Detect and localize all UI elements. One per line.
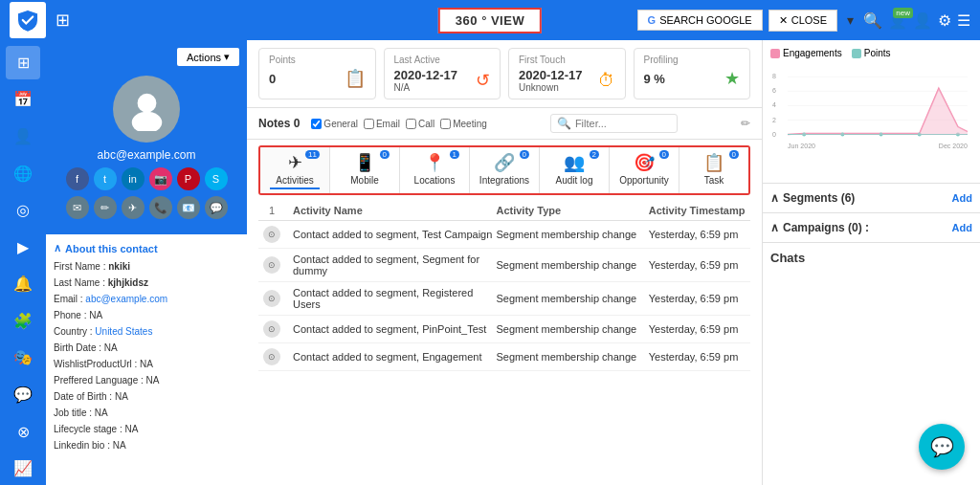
tab-integrations[interactable]: 0 🔗 Integrations <box>470 147 540 193</box>
sidebar-item-block[interactable]: ⊗ <box>6 415 40 449</box>
table-row: ⊙ Contact added to segment, Test Campaig… <box>258 221 750 249</box>
tabs-row: 11 ✈ Activities 0 📱 Mobile 1 📍 Locations… <box>258 145 750 195</box>
tab-activities[interactable]: 11 ✈ Activities <box>260 147 330 193</box>
filter-general[interactable]: General <box>311 119 358 129</box>
filter-call[interactable]: Call <box>406 119 434 129</box>
tab-task[interactable]: 0 📋 Task <box>679 147 748 193</box>
sidebar-item-calendar[interactable]: 📅 <box>6 83 40 117</box>
facebook-icon[interactable]: f <box>66 167 89 190</box>
skype-icon[interactable]: S <box>205 167 228 190</box>
stat-firsttouch-label: First Touch <box>519 55 615 65</box>
filter-general-checkbox[interactable] <box>311 119 322 129</box>
svg-marker-17 <box>788 88 968 134</box>
field-birthdate-value: NA <box>104 342 118 353</box>
logo-icon <box>14 7 41 33</box>
svg-point-13 <box>840 133 844 137</box>
telegram-icon[interactable]: ✈ <box>122 196 145 219</box>
activity-row-icon: ⊙ <box>263 320 280 338</box>
sidebar-item-theater[interactable]: 🎭 <box>6 342 40 375</box>
svg-point-12 <box>802 133 806 137</box>
notes-search-input[interactable] <box>575 118 671 129</box>
stat-lastactive-date: 2020-12-17 <box>394 68 458 82</box>
segments-header[interactable]: ∧ Segments (6) Add <box>770 191 972 205</box>
filter-meeting[interactable]: Meeting <box>440 119 487 129</box>
actions-button[interactable]: Actions ▾ <box>177 48 239 66</box>
legend-points-label: Points <box>864 48 891 58</box>
tab-auditlog-icon: 👥 <box>564 152 585 173</box>
tab-task-label: Task <box>704 175 724 186</box>
chat-bubble-icon: 💬 <box>930 435 954 458</box>
sidebar-item-globe[interactable]: 🌐 <box>6 157 40 190</box>
search-google-button[interactable]: G SEARCH GOOGLE <box>637 10 763 31</box>
tab-auditlog-badge: 2 <box>590 150 599 159</box>
pinterest-icon[interactable]: P <box>177 167 200 190</box>
table-row: ⊙ Contact added to segment, Registered U… <box>258 282 750 316</box>
search-nav-icon[interactable]: 🔍 <box>863 11 882 30</box>
stat-points-label: Points <box>269 55 366 65</box>
field-email-value[interactable]: abc@example.com <box>85 294 167 304</box>
sidebar-item-circle[interactable]: ◎ <box>6 193 40 227</box>
close-button[interactable]: ✕ CLOSE <box>768 10 837 32</box>
tab-activities-underline <box>270 187 321 189</box>
sidebar-item-user[interactable]: 👤 <box>6 120 40 153</box>
whatsapp-icon[interactable]: 💬 <box>205 196 228 219</box>
svg-text:6: 6 <box>772 87 776 94</box>
filter-meeting-checkbox[interactable] <box>440 119 451 129</box>
svg-text:8: 8 <box>772 73 776 79</box>
activity-time: Yesterday, 6:59 pm <box>649 351 750 363</box>
linkedin-icon[interactable]: in <box>122 167 145 190</box>
stat-profiling: Profiling 9 % ★ <box>634 48 751 99</box>
stat-first-touch: First Touch 2020-12-17 Unknown ⏱ <box>508 48 626 99</box>
field-linkedin: Linkedin bio : NA <box>54 439 239 452</box>
filter-email[interactable]: Email <box>364 119 400 129</box>
close-dropdown-button[interactable]: ▾ <box>843 11 858 30</box>
settings-icon[interactable]: ⚙ <box>938 11 951 30</box>
edit-icon[interactable]: ✏ <box>94 196 117 219</box>
activity-name: Contact added to segment, Engagement <box>285 351 496 363</box>
tab-activities-label: Activities <box>276 175 313 186</box>
sidebar-item-grid[interactable]: ⊞ <box>6 46 40 79</box>
segments-add-button[interactable]: Add <box>952 192 972 204</box>
tab-auditlog[interactable]: 2 👥 Audit log <box>540 147 610 193</box>
field-country-value: United States <box>95 326 152 337</box>
instagram-icon[interactable]: 📷 <box>149 167 172 190</box>
chevron-up-segments-icon: ∧ <box>770 191 779 205</box>
field-linkedin-value: NA <box>113 440 126 451</box>
sidebar-item-play[interactable]: ▶ <box>6 231 40 264</box>
tab-locations-label: Locations <box>414 175 456 186</box>
stat-points-value: 0 <box>269 72 276 86</box>
sidebar-item-puzzle[interactable]: 🧩 <box>6 304 40 338</box>
activity-time: Yesterday, 6:59 pm <box>649 293 750 304</box>
notes-edit-icon[interactable]: ✏ <box>741 117 750 130</box>
sidebar-item-bell[interactable]: 🔔 <box>6 267 40 300</box>
filter-email-checkbox[interactable] <box>364 119 374 129</box>
grid-icon[interactable]: ⊞ <box>56 10 70 31</box>
tab-mobile-badge: 0 <box>380 150 390 159</box>
phone-icon[interactable]: 📞 <box>149 196 172 219</box>
activity-row-icon: ⊙ <box>263 226 280 243</box>
filter-call-checkbox[interactable] <box>406 119 416 129</box>
about-header: ∧ About this contact <box>54 242 239 254</box>
table-row: ⊙ Contact added to segment, Segment for … <box>258 249 750 282</box>
avatar <box>113 76 180 143</box>
chat-bubble-button[interactable]: 💬 <box>919 424 965 470</box>
field-dob: Date of Birth : NA <box>54 390 239 404</box>
mail-icon[interactable]: 📧 <box>177 196 200 219</box>
social-icons-row1: f t in 📷 P S <box>66 167 228 190</box>
sidebar-item-chat[interactable]: 💬 <box>6 378 40 411</box>
sidebar-item-chart[interactable]: 📈 <box>6 452 40 485</box>
tab-locations[interactable]: 1 📍 Locations <box>400 147 470 193</box>
view-360-button[interactable]: 360 ° VIEW <box>438 8 542 33</box>
twitter-icon[interactable]: t <box>94 167 117 190</box>
campaigns-section: ∧ Campaigns (0) : Add <box>763 213 980 243</box>
campaigns-add-button[interactable]: Add <box>952 222 972 233</box>
col-num: 1 <box>258 205 285 216</box>
menu-icon[interactable]: ☰ <box>957 11 970 30</box>
campaigns-header[interactable]: ∧ Campaigns (0) : Add <box>770 221 972 234</box>
actions-chevron-icon: ▾ <box>224 51 230 63</box>
avatar-nav-icon[interactable]: 👤 <box>913 11 932 30</box>
email-icon[interactable]: ✉ <box>66 196 89 219</box>
field-language-value: NA <box>146 375 160 386</box>
tab-opportunity[interactable]: 0 🎯 Opportunity <box>610 147 679 193</box>
tab-mobile[interactable]: 0 📱 Mobile <box>330 147 400 193</box>
